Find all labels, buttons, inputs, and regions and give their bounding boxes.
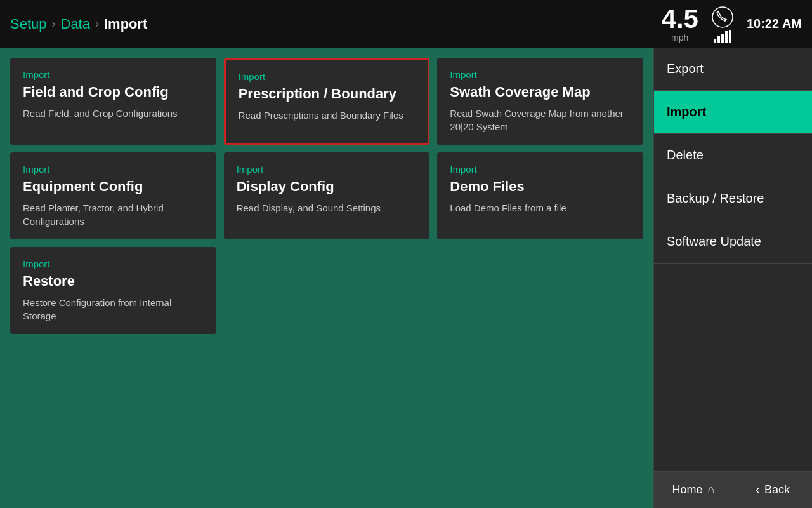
card-restore[interactable]: Import Restore Restore Configuration fro… <box>10 247 216 334</box>
card-restore-label: Import <box>23 258 204 269</box>
card-field-crop-title: Field and Crop Config <box>23 84 204 100</box>
card-prescription-boundary[interactable]: Import Prescription / Boundary Read Pres… <box>224 58 430 145</box>
speed-value: 4.5 <box>662 6 698 32</box>
card-demo-files-label: Import <box>450 164 631 175</box>
signal-icon <box>711 6 734 43</box>
card-prescription-boundary-desc: Read Prescriptions and Boundary Files <box>239 109 416 122</box>
back-chevron-icon: ‹ <box>756 483 759 497</box>
header-right: 4.5 mph 10:22 AM <box>662 6 802 43</box>
content-area: Import Field and Crop Config Read Field,… <box>0 48 653 508</box>
breadcrumb-current: Import <box>104 16 147 32</box>
back-label: Back <box>764 483 790 497</box>
home-label: Home <box>672 483 703 497</box>
sidebar: Export Import Delete Backup / Restore So… <box>653 48 812 508</box>
card-display-config-label: Import <box>237 164 417 175</box>
card-prescription-boundary-label: Import <box>239 71 416 82</box>
card-demo-files[interactable]: Import Demo Files Load Demo Files from a… <box>437 152 643 239</box>
breadcrumb-setup[interactable]: Setup <box>10 16 47 32</box>
card-field-crop[interactable]: Import Field and Crop Config Read Field,… <box>10 58 216 145</box>
card-display-config[interactable]: Import Display Config Read Display, and … <box>224 152 430 239</box>
card-display-config-desc: Read Display, and Sound Settings <box>237 201 417 215</box>
card-equipment-config-desc: Read Planter, Tractor, and Hybrid Config… <box>23 201 204 228</box>
sidebar-item-software-update[interactable]: Software Update <box>654 220 812 264</box>
sidebar-item-backup-restore[interactable]: Backup / Restore <box>654 177 812 220</box>
breadcrumb-data[interactable]: Data <box>61 16 90 32</box>
back-button[interactable]: ‹ Back <box>733 472 812 508</box>
card-restore-title: Restore <box>23 273 204 290</box>
sidebar-item-export[interactable]: Export <box>654 48 812 91</box>
main-layout: Import Field and Crop Config Read Field,… <box>0 48 812 508</box>
card-equipment-config-title: Equipment Config <box>23 178 204 195</box>
breadcrumb-sep1: › <box>52 17 56 30</box>
card-demo-files-title: Demo Files <box>450 178 631 195</box>
speed-unit: mph <box>662 32 698 43</box>
card-prescription-boundary-title: Prescription / Boundary <box>239 86 416 102</box>
breadcrumb-sep2: › <box>95 17 99 30</box>
time-display: 10:22 AM <box>747 17 802 31</box>
speed-display: 4.5 mph <box>662 6 698 43</box>
sidebar-item-import[interactable]: Import <box>654 91 812 134</box>
card-swath-coverage-label: Import <box>450 69 631 80</box>
card-equipment-config[interactable]: Import Equipment Config Read Planter, Tr… <box>10 152 216 239</box>
card-field-crop-desc: Read Field, and Crop Configurations <box>23 107 204 120</box>
card-swath-coverage-desc: Read Swath Coverage Map from another 20|… <box>450 107 631 133</box>
signal-bars <box>714 30 731 43</box>
card-equipment-config-label: Import <box>23 164 204 175</box>
sidebar-item-delete[interactable]: Delete <box>654 134 812 177</box>
card-demo-files-desc: Load Demo Files from a file <box>450 201 631 215</box>
breadcrumb: Setup › Data › Import <box>10 16 147 32</box>
header: Setup › Data › Import 4.5 mph 10:22 AM <box>0 0 812 48</box>
card-swath-coverage[interactable]: Import Swath Coverage Map Read Swath Cov… <box>437 58 643 145</box>
card-field-crop-label: Import <box>23 69 204 80</box>
card-restore-desc: Restore Configuration from Internal Stor… <box>23 296 204 323</box>
sidebar-spacer <box>654 264 812 471</box>
card-swath-coverage-title: Swath Coverage Map <box>450 84 631 100</box>
card-display-config-title: Display Config <box>237 178 417 195</box>
home-icon: ⌂ <box>708 483 715 497</box>
sidebar-bottom: Home ⌂ ‹ Back <box>654 471 812 508</box>
home-button[interactable]: Home ⌂ <box>654 472 733 508</box>
